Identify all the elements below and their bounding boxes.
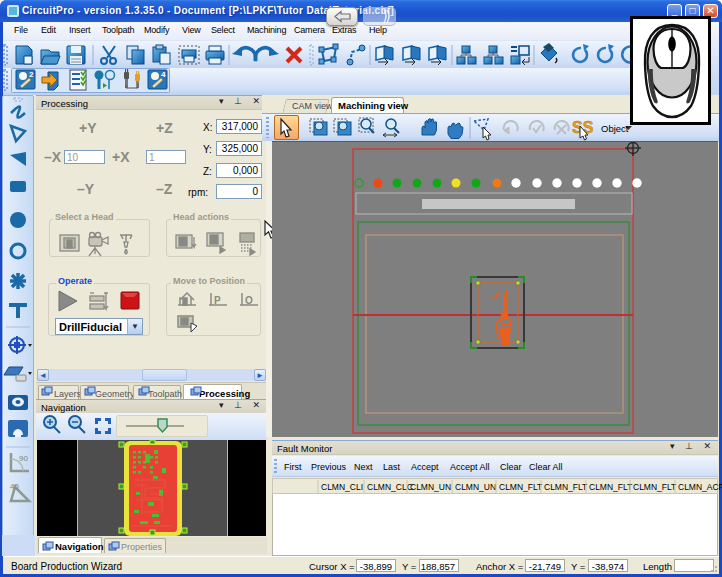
svg-text:2: 2	[29, 70, 34, 79]
svg-text:45: 45	[10, 482, 19, 491]
svg-text:90: 90	[19, 454, 28, 463]
svg-text:4: 4	[161, 70, 166, 79]
